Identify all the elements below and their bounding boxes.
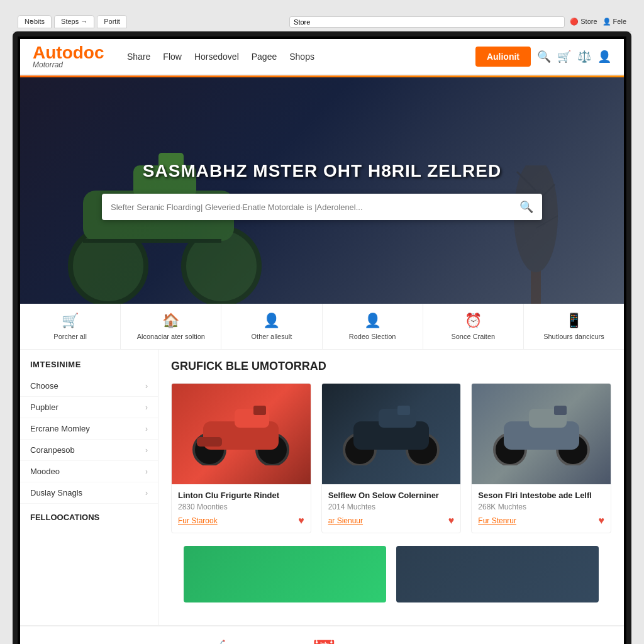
products-section-title: GRUFICK BLE UMOTORRAD (171, 360, 611, 373)
product-card-2[interactable]: Seson Flri Intestobe ade Lelfl 268K Much… (471, 383, 611, 533)
chevron-icon-3: › (145, 446, 148, 455)
cta-button[interactable]: Aulionit (475, 47, 531, 67)
quick-label-1: Alconaciar ater soltion (137, 333, 205, 340)
fav-icon-2[interactable]: ♥ (599, 515, 605, 526)
quick-item-1[interactable]: 🏠 Alconaciar ater soltion (121, 304, 221, 349)
quick-item-2[interactable]: 👤 Other allesult (221, 304, 322, 349)
chevron-icon-5: › (145, 489, 148, 497)
chevron-icon-2: › (145, 425, 148, 433)
product-info-0: Linton Clu Frigurte Rindet 2830 Moonties… (172, 484, 311, 533)
moto-svg-2 (485, 402, 598, 465)
product-name-1: Selflew On Selow Colerniner (328, 491, 455, 500)
bottom-nav-item-2[interactable]: 🏍️ MOOTESTRODE (403, 639, 462, 644)
browser-address-bar[interactable] (289, 16, 565, 28)
nav-horsedovel[interactable]: Horsedovel (194, 52, 239, 62)
hero-search-bar[interactable]: 🔍 (102, 194, 542, 220)
sidebar-item-moodeo[interactable]: Moodeo › (20, 461, 158, 482)
quick-label-5: Shutlours dancicurs (543, 333, 604, 340)
product-image-1 (322, 384, 461, 484)
browser-tab-1[interactable]: Nəbits (18, 15, 52, 28)
promo-card-1[interactable] (396, 546, 599, 602)
product-card-0[interactable]: Linton Clu Frigurte Rindet 2830 Moonties… (171, 383, 311, 533)
product-info-2: Seson Flri Intestobe ade Lelfl 268K Much… (472, 484, 611, 533)
nav-shops[interactable]: Shops (289, 52, 314, 62)
product-footer-0: Fur Starook ♥ (178, 515, 304, 526)
bottom-nav-icon-2: 🏍️ (420, 639, 445, 644)
quick-item-5[interactable]: 📱 Shutlours dancicurs (524, 304, 624, 349)
quick-label-2: Other allesult (252, 333, 292, 340)
product-year-2: 268K Muchtes (478, 502, 604, 511)
product-name-2: Seson Flri Intestobe ade Lelfl (478, 491, 604, 500)
quick-icon-1: 🏠 (162, 313, 179, 329)
profile-icon[interactable]: 👤 (597, 50, 611, 64)
compare-icon[interactable]: ⚖️ (577, 50, 591, 64)
logo-doc: doc (73, 43, 104, 62)
sidebar-item-coranpesob[interactable]: Coranpesob › (20, 440, 158, 461)
product-info-1: Selflew On Selow Colerniner 2014 Muchtes… (322, 484, 461, 533)
quick-icon-2: 👤 (263, 313, 280, 329)
bottom-nav-icon-1: 📅 (311, 639, 336, 644)
nav-pagee[interactable]: Pagee (252, 52, 277, 62)
product-link-1[interactable]: ar Sienuur (328, 516, 363, 525)
browser-store-icon[interactable]: 🔴 Store (570, 18, 597, 26)
moto-svg-0 (184, 402, 297, 465)
header-right: Aulionit 🔍 🛒 ⚖️ 👤 (475, 47, 611, 67)
header: Autodoc Motorrad Share Flow Horsedovel P… (20, 39, 624, 75)
cart-icon[interactable]: 🛒 (557, 50, 571, 64)
product-image-0 (172, 384, 311, 484)
sidebar-item-choose[interactable]: Choose › (20, 375, 158, 397)
hero-search-submit[interactable]: 🔍 (519, 200, 533, 214)
bottom-nav-icon-0: 🛒 (201, 639, 226, 644)
promo-row (171, 546, 611, 615)
svg-rect-16 (253, 406, 266, 415)
nav-flow[interactable]: Flow (163, 52, 182, 62)
bottom-nav-item-0[interactable]: 🛒 MUDSLIECLITIDE (182, 639, 245, 644)
logo: Autodoc Motorrad (33, 44, 114, 69)
product-footer-1: ar Sienuur ♥ (328, 515, 455, 526)
quick-access-bar: 🛒 Porcher all 🏠 Alconaciar ater soltion … (20, 304, 624, 350)
fav-icon-0[interactable]: ♥ (298, 515, 304, 526)
sidebar: IMTESINIME Choose › Pupbler › Ercrane Mo… (20, 350, 158, 625)
chevron-icon-1: › (145, 403, 148, 412)
tv-screen: Autodoc Motorrad Share Flow Horsedovel P… (18, 36, 626, 644)
hero-search-input[interactable] (111, 203, 519, 212)
sidebar-item-duslay[interactable]: Duslay Snagls › (20, 482, 158, 504)
bottom-nav-item-1[interactable]: 📅 PESTIONTM FOBSUTE (283, 639, 365, 644)
quick-label-4: Sonce Craiten (451, 333, 495, 340)
main-content: IMTESINIME Choose › Pupbler › Ercrane Mo… (20, 350, 624, 625)
quick-item-4[interactable]: ⏰ Sonce Craiten (423, 304, 524, 349)
sidebar-item-ercrane[interactable]: Ercrane Momley › (20, 418, 158, 440)
svg-rect-22 (397, 406, 410, 415)
nav-share[interactable]: Share (127, 52, 150, 62)
sidebar-title: IMTESINIME (20, 360, 158, 375)
promo-card-0[interactable] (184, 546, 386, 602)
quick-item-3[interactable]: 👤 Rodeo Slection (323, 304, 423, 349)
moto-svg-1 (335, 402, 448, 465)
browser-tab-3[interactable]: Portit (97, 15, 127, 28)
logo-auto: Auto (33, 43, 73, 62)
quick-icon-4: ⏰ (465, 313, 482, 329)
hero-title: SASMABHZ MSTER OHT H8RIL ZELRED (102, 161, 542, 181)
product-name-0: Linton Clu Frigurte Rindet (178, 491, 304, 500)
browser-profile-icon[interactable]: 👤 Fele (602, 18, 626, 26)
product-link-0[interactable]: Fur Starook (178, 516, 218, 525)
quick-label-3: Rodeo Slection (349, 333, 396, 340)
sidebar-item-pupbler[interactable]: Pupbler › (20, 397, 158, 418)
hero-content: SASMABHZ MSTER OHT H8RIL ZELRED 🔍 (102, 161, 542, 220)
browser-tab-2[interactable]: Steps → (54, 15, 94, 28)
quick-icon-0: 🛒 (62, 313, 79, 329)
search-icon[interactable]: 🔍 (537, 50, 551, 64)
product-link-2[interactable]: Fur Stenrur (478, 516, 516, 525)
bottom-nav: ❮ 🛒 MUDSLIECLITIDE 📅 PESTIONTM FOBSUTE 🏍… (20, 625, 624, 644)
fav-icon-1[interactable]: ♥ (448, 515, 455, 526)
quick-icon-3: 👤 (364, 313, 381, 329)
website: Autodoc Motorrad Share Flow Horsedovel P… (20, 39, 624, 644)
svg-rect-17 (197, 437, 222, 447)
product-image-2 (472, 384, 611, 484)
main-nav: Share Flow Horsedovel Pagee Shops (127, 52, 463, 62)
product-card-1[interactable]: Selflew On Selow Colerniner 2014 Muchtes… (321, 383, 462, 533)
quick-item-0[interactable]: 🛒 Porcher all (20, 304, 121, 349)
chevron-icon-0: › (145, 382, 148, 391)
product-footer-2: Fur Stenrur ♥ (478, 515, 604, 526)
chevron-icon-4: › (145, 467, 148, 476)
